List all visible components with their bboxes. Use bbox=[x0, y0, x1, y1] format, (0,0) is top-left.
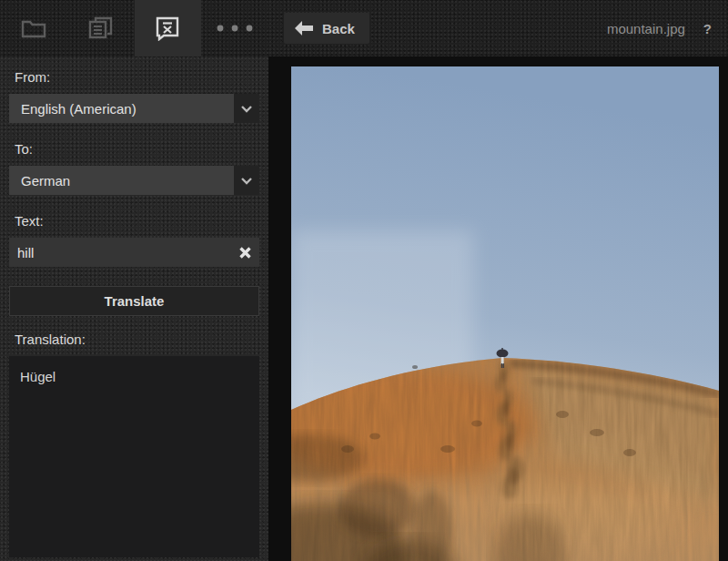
text-label: Text: bbox=[15, 213, 259, 230]
translate-button[interactable]: Translate bbox=[9, 286, 259, 316]
folder-icon bbox=[21, 17, 46, 39]
back-button[interactable]: Back bbox=[284, 13, 369, 44]
viewer-content bbox=[268, 56, 728, 561]
to-label: To: bbox=[15, 141, 259, 158]
arrow-left-icon bbox=[295, 21, 313, 36]
help-button[interactable]: ? bbox=[703, 21, 712, 36]
tab-copy[interactable] bbox=[67, 0, 135, 56]
tab-translate[interactable] bbox=[135, 0, 202, 56]
clear-text-button[interactable] bbox=[230, 238, 259, 267]
sidebar: From: English (American) To: German bbox=[0, 0, 268, 561]
translate-icon bbox=[155, 15, 180, 41]
main-pane: Back mountain.jpg ? bbox=[268, 0, 728, 561]
from-select-value: English (American) bbox=[9, 101, 234, 117]
filename-title: mountain.jpg bbox=[607, 21, 685, 36]
viewer-header: Back mountain.jpg ? bbox=[268, 0, 728, 56]
translate-panel: From: English (American) To: German bbox=[0, 56, 268, 561]
tab-files[interactable] bbox=[0, 0, 67, 56]
app-window: From: English (American) To: German bbox=[0, 0, 728, 561]
translation-output[interactable]: Hügel bbox=[9, 356, 259, 557]
from-select[interactable]: English (American) bbox=[9, 94, 259, 123]
translation-label: Translation: bbox=[15, 332, 259, 348]
copy-icon bbox=[87, 15, 115, 41]
x-clear-icon bbox=[238, 246, 252, 260]
more-icon bbox=[216, 25, 254, 32]
from-select-chevron-box bbox=[234, 94, 259, 123]
chevron-down-icon bbox=[240, 177, 253, 185]
text-input[interactable] bbox=[9, 245, 230, 260]
to-select-chevron-box bbox=[234, 166, 259, 195]
tab-more[interactable] bbox=[201, 0, 268, 56]
chevron-down-icon bbox=[240, 105, 253, 113]
back-button-label: Back bbox=[322, 21, 355, 36]
photo-mountain bbox=[291, 66, 719, 561]
to-select[interactable]: German bbox=[9, 166, 259, 195]
from-label: From: bbox=[15, 69, 259, 86]
sidebar-tabbar bbox=[0, 0, 268, 56]
text-input-row bbox=[9, 238, 259, 267]
to-select-value: German bbox=[9, 173, 234, 189]
